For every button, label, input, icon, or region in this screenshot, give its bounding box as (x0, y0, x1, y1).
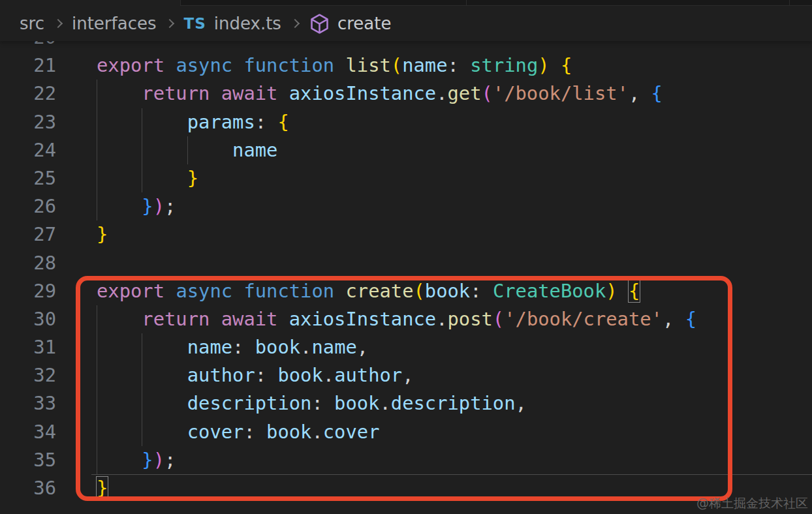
line-number[interactable]: 31 (0, 333, 56, 361)
tab-divider (180, 0, 181, 6)
line-number[interactable]: 29 (0, 277, 56, 305)
code-text: return await axiosInstance.get('/book/li… (97, 80, 663, 108)
line-number[interactable]: 27 (0, 220, 56, 249)
code-line-32[interactable]: 32 author: book.author, (0, 361, 812, 389)
bracket-match-box: { (629, 280, 640, 302)
code-line-33[interactable]: 33 description: book.description, (0, 389, 812, 417)
code-line-21[interactable]: 21export async function list(name: strin… (0, 52, 812, 80)
code-text: } (97, 474, 108, 502)
breadcrumb-item-symbol[interactable]: create (309, 13, 392, 35)
line-number[interactable]: 35 (0, 446, 56, 474)
code-editor[interactable]: 2021export async function list(name: str… (0, 23, 812, 502)
code-text: }); (97, 192, 176, 220)
code-text: author: book.author, (97, 361, 414, 389)
line-number[interactable]: 30 (0, 305, 56, 333)
line-number[interactable]: 33 (0, 389, 56, 417)
breadcrumb-item-file[interactable]: TS index.ts (183, 14, 281, 33)
bracket-match-box: } (97, 477, 108, 499)
active-tab-segment[interactable] (0, 0, 180, 6)
line-number[interactable]: 28 (0, 249, 56, 277)
code-line-34[interactable]: 34 cover: book.cover (0, 418, 812, 446)
watermark-text: @稀土掘金技术社区 (696, 495, 808, 512)
typescript-file-icon: TS (183, 15, 206, 32)
line-number[interactable]: 21 (0, 52, 56, 80)
code-line-26[interactable]: 26 }); (0, 192, 812, 220)
tab-bar-strip (0, 0, 812, 6)
line-number[interactable]: 24 (0, 136, 56, 164)
code-line-29[interactable]: 29export async function create(book: Cre… (0, 277, 812, 305)
breadcrumb-item-src[interactable]: src (20, 14, 44, 33)
code-line-22[interactable]: 22 return await axiosInstance.get('/book… (0, 80, 812, 108)
code-line-30[interactable]: 30 return await axiosInstance.post('/boo… (0, 305, 812, 333)
code-line-27[interactable]: 27} (0, 220, 812, 249)
tab-divider (466, 0, 467, 6)
code-text: description: book.description, (97, 389, 527, 417)
code-line-24[interactable]: 24 name (0, 136, 812, 164)
breadcrumb: src interfaces TS index.ts create (0, 6, 812, 41)
code-line-23[interactable]: 23 params: { (0, 108, 812, 136)
code-text: cover: book.cover (97, 418, 379, 446)
code-line-35[interactable]: 35 }); (0, 446, 812, 474)
code-text: name (97, 136, 277, 164)
tab-bar-border (180, 5, 812, 6)
code-lines: 2021export async function list(name: str… (0, 23, 812, 502)
code-line-31[interactable]: 31 name: book.name, (0, 333, 812, 361)
code-text: return await axiosInstance.post('/book/c… (97, 305, 696, 333)
chevron-right-icon (54, 19, 63, 28)
code-text: }); (97, 446, 176, 474)
chevron-right-icon (290, 19, 300, 28)
code-line-25[interactable]: 25 } (0, 164, 812, 192)
line-number[interactable]: 36 (0, 474, 56, 502)
code-text: export async function create(book: Creat… (97, 277, 640, 305)
line-number[interactable]: 23 (0, 108, 56, 136)
code-line-28[interactable]: 28 (0, 249, 812, 277)
code-text: name: book.name, (97, 333, 368, 361)
line-number[interactable]: 26 (0, 192, 56, 220)
chevron-right-icon (165, 19, 174, 28)
code-text: params: { (97, 108, 289, 136)
code-line-36[interactable]: 36} (0, 474, 812, 502)
breadcrumb-file-label: index.ts (214, 14, 281, 33)
code-text: } (97, 164, 198, 192)
code-text: } (97, 220, 108, 249)
code-text: export async function list(name: string)… (97, 52, 572, 80)
tab-divider (789, 0, 790, 6)
line-number[interactable]: 22 (0, 80, 56, 108)
line-number[interactable]: 32 (0, 361, 56, 389)
symbol-method-cube-icon (309, 13, 330, 35)
line-number[interactable]: 25 (0, 164, 56, 192)
line-number[interactable]: 34 (0, 418, 56, 446)
breadcrumb-symbol-label: create (337, 14, 392, 33)
breadcrumb-item-interfaces[interactable]: interfaces (72, 14, 157, 33)
